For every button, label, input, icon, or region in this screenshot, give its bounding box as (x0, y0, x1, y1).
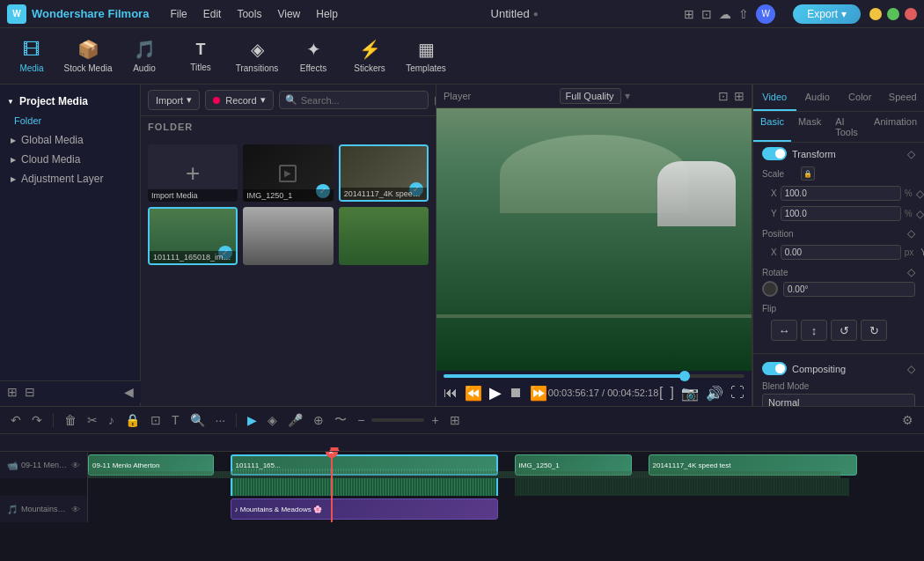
close-button[interactable] (905, 8, 917, 20)
tool-transitions[interactable]: ◈ Transitions (229, 30, 285, 83)
tl-zoom-btn[interactable]: 🔍 (187, 411, 209, 429)
pos-x-input[interactable] (781, 245, 901, 260)
mark-out-button[interactable]: ] (671, 385, 674, 401)
track-3-clip[interactable]: ♪ Mountains & Meadows 🌸 (231, 498, 498, 520)
tool-titles[interactable]: T Titles (172, 30, 229, 83)
tl-more-btn[interactable]: ··· (212, 411, 230, 429)
scale-lock[interactable]: 🔒 (801, 166, 815, 181)
import-media-thumb[interactable]: + Import Media (148, 144, 238, 202)
mark-in-button[interactable]: [ (659, 385, 663, 401)
flip-r-button[interactable]: ↺ (831, 320, 857, 341)
tl-undo-btn[interactable]: ↶ (7, 411, 25, 429)
compositing-diamond[interactable]: ◇ (907, 363, 915, 375)
tool-effects[interactable]: ✦ Effects (285, 30, 341, 83)
play-button[interactable]: ▶ (489, 383, 502, 402)
minimize-button[interactable] (869, 8, 882, 20)
tl-settings-btn[interactable]: ⚙ (898, 411, 917, 429)
track-1-eye[interactable]: 👁 (71, 461, 80, 470)
tl-grid-btn[interactable]: ⊞ (446, 411, 464, 429)
subtab-ai[interactable]: AI Tools (828, 112, 867, 142)
tl-marker-btn[interactable]: ◈ (264, 411, 281, 429)
media-thumb-2[interactable]: ✓ 20141117_4K speed test_00... (339, 144, 429, 202)
menu-view[interactable]: View (270, 6, 307, 22)
tl-audio-btn[interactable]: ♪ (105, 411, 118, 429)
search-input[interactable] (301, 95, 422, 106)
user-avatar[interactable]: W (756, 4, 775, 24)
tl-mic-btn[interactable]: 🎤 (284, 411, 306, 429)
tl-zoom-track[interactable] (371, 418, 424, 422)
track-3-eye[interactable]: 👁 (71, 505, 80, 514)
folder-item[interactable]: Folder (0, 111, 140, 130)
list-view-icon[interactable]: ⊞ (7, 385, 18, 399)
tab-color[interactable]: Color (839, 85, 882, 111)
tl-wave-btn[interactable]: 〜 (331, 410, 350, 430)
tool-media[interactable]: 🎞 Media (4, 30, 60, 83)
tool-audio[interactable]: 🎵 Audio (116, 30, 172, 83)
stop-button[interactable]: ⏹ (509, 385, 523, 401)
step-back-button[interactable]: ⏪ (465, 385, 482, 402)
global-media-header[interactable]: ▶ Global Media (0, 130, 140, 150)
icon-screen[interactable]: ⊡ (701, 7, 712, 21)
fullscreen-button[interactable]: ⛶ (730, 385, 744, 401)
tl-minus-btn[interactable]: − (354, 411, 368, 429)
tab-speed[interactable]: Speed (882, 85, 925, 111)
menu-edit[interactable]: Edit (196, 6, 229, 22)
rotate-diamond[interactable]: ◇ (907, 266, 915, 278)
record-button[interactable]: Record ▾ (205, 90, 273, 110)
icon-cloud[interactable]: ☁ (719, 7, 731, 21)
scale-y-diamond[interactable]: ◇ (916, 208, 924, 220)
preview-zoom-icon[interactable]: ⊡ (718, 89, 729, 103)
tl-cut-btn[interactable]: ✂ (84, 411, 101, 429)
scale-x-input[interactable] (781, 186, 901, 201)
tool-templates[interactable]: ▦ Templates (398, 30, 454, 83)
skip-fwd-button[interactable]: ⏩ (530, 385, 547, 402)
scale-y-input[interactable] (781, 206, 901, 221)
collapse-icon[interactable]: ◀ (124, 385, 134, 399)
tab-video[interactable]: Video (753, 85, 796, 111)
export-button[interactable]: Export ▾ (793, 4, 861, 24)
subtab-anim[interactable]: Animation (867, 112, 924, 142)
media-thumb-3[interactable]: ✓ 101111_165018_import (148, 207, 238, 264)
position-diamond[interactable]: ◇ (907, 227, 915, 240)
transform-toggle[interactable] (762, 147, 787, 160)
rotate-input[interactable] (783, 282, 915, 297)
import-button[interactable]: Import ▾ (148, 90, 200, 110)
maximize-button[interactable] (887, 8, 899, 20)
compositing-toggle[interactable] (762, 362, 787, 375)
menu-tools[interactable]: Tools (230, 6, 268, 22)
scale-x-diamond[interactable]: ◇ (916, 188, 924, 200)
menu-help[interactable]: Help (309, 6, 345, 22)
flip-f-button[interactable]: ↻ (861, 320, 887, 341)
flip-v-button[interactable]: ↕ (801, 320, 827, 341)
menu-file[interactable]: File (163, 6, 194, 22)
grid-view-icon[interactable]: ⊟ (25, 385, 35, 399)
tl-play-btn[interactable]: ▶ (244, 411, 260, 429)
flip-h-button[interactable]: ↔ (771, 320, 797, 341)
blend-mode-select[interactable]: Normal Multiply Screen Overlay (762, 394, 915, 406)
tl-plus-btn[interactable]: + (428, 411, 442, 429)
project-media-header[interactable]: ▼ Project Media (0, 92, 140, 111)
preview-settings-icon[interactable]: ⊞ (734, 89, 744, 103)
tl-crop-btn[interactable]: ⊡ (147, 411, 165, 429)
tl-snap-btn[interactable]: ⊕ (310, 411, 327, 429)
media-thumb-4[interactable] (243, 207, 333, 264)
cloud-media-header[interactable]: ▶ Cloud Media (0, 150, 140, 169)
tab-audio[interactable]: Audio (796, 85, 840, 111)
icon-layout[interactable]: ⊞ (684, 7, 694, 21)
progress-bar[interactable] (444, 374, 744, 378)
tool-stickers[interactable]: ⚡ Stickers (341, 30, 398, 83)
audio-button[interactable]: 🔊 (706, 385, 723, 402)
tool-stock-media[interactable]: 📦 Stock Media (60, 30, 116, 83)
snapshot-button[interactable]: 📷 (681, 385, 699, 402)
icon-share[interactable]: ⇧ (738, 7, 749, 21)
tl-lock-btn[interactable]: 🔒 (121, 411, 143, 429)
tl-delete-btn[interactable]: 🗑 (61, 411, 80, 429)
subtab-mask[interactable]: Mask (791, 112, 828, 142)
adjustment-layer-header[interactable]: ▶ Adjustment Layer (0, 169, 140, 188)
rotate-dial[interactable] (762, 281, 778, 297)
media-thumb-1[interactable]: ▶ ✓ IMG_1250_1 (243, 144, 333, 202)
media-thumb-5[interactable] (339, 207, 429, 264)
subtab-basic[interactable]: Basic (753, 112, 791, 142)
tl-text-btn[interactable]: T (168, 411, 183, 429)
quality-select[interactable]: Full Quality 1/2 Quality 1/4 Quality (560, 88, 621, 104)
